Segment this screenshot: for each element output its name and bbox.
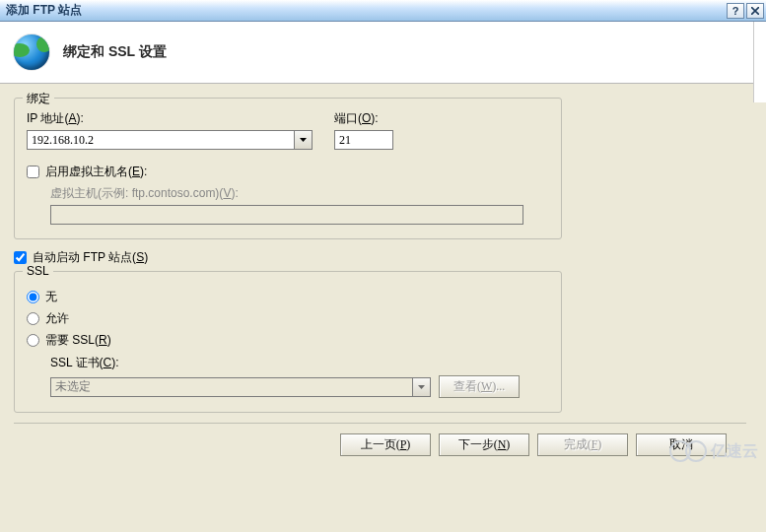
dialog-body: 绑定 IP 地址(A): 端口(O): [0, 84, 766, 466]
dialog-window: 添加 FTP 站点 ? 绑定和 SSL 设置 绑定 IP 地址(A): [0, 0, 766, 466]
globe-icon [14, 34, 49, 70]
ip-dropdown-button[interactable] [294, 131, 312, 149]
autostart-checkbox[interactable] [14, 251, 27, 264]
dialog-title: 添加 FTP 站点 [6, 2, 82, 19]
finish-button: 完成(F) [537, 433, 628, 456]
binding-group: 绑定 IP 地址(A): 端口(O): [14, 98, 562, 239]
ssl-none-radio[interactable] [27, 291, 39, 303]
view-cert-button: 查看(W)... [439, 375, 520, 398]
close-icon [751, 7, 759, 15]
vhost-hint-label: 虚拟主机(示例: ftp.contoso.com)(V): [50, 185, 549, 202]
enable-vhost-checkbox[interactable] [27, 166, 39, 178]
vhost-input [50, 205, 523, 225]
ip-address-dropdown[interactable] [27, 130, 313, 150]
port-input[interactable] [334, 130, 393, 150]
close-button[interactable] [746, 3, 764, 19]
ssl-cert-dropdown [50, 377, 431, 397]
binding-legend: 绑定 [23, 91, 54, 107]
enable-vhost-label: 启用虚拟主机名(E): [45, 164, 147, 180]
ssl-cert-dropdown-button [412, 378, 430, 396]
ssl-group: SSL 无 允许 需要 SSL(R) SSL 证书(C): [14, 271, 562, 413]
ip-address-label: IP 地址(A): [27, 110, 313, 127]
ip-address-input[interactable] [28, 131, 294, 149]
cancel-button[interactable]: 取消 [636, 433, 727, 456]
help-button[interactable]: ? [727, 3, 744, 19]
footer-buttons: 上一页(P) 下一步(N) 完成(F) 取消 [14, 423, 746, 456]
chevron-down-icon [300, 138, 307, 142]
ssl-allow-radio[interactable] [27, 312, 39, 325]
right-edge-decoration [753, 22, 766, 102]
title-bar: 添加 FTP 站点 ? [0, 0, 766, 22]
ssl-none-label: 无 [45, 289, 57, 305]
ssl-require-label: 需要 SSL(R) [45, 332, 111, 349]
next-button[interactable]: 下一步(N) [439, 433, 529, 456]
port-label: 端口(O): [334, 110, 403, 127]
ssl-cert-input [51, 378, 412, 396]
chevron-down-icon [418, 385, 425, 389]
window-controls: ? [727, 3, 764, 19]
ssl-legend: SSL [23, 264, 53, 278]
ssl-require-radio[interactable] [27, 334, 39, 347]
page-title: 绑定和 SSL 设置 [63, 43, 167, 61]
autostart-row: 自动启动 FTP 站点(S) [14, 249, 746, 266]
header-area: 绑定和 SSL 设置 [0, 22, 766, 84]
prev-button[interactable]: 上一页(P) [340, 433, 431, 456]
ssl-cert-label: SSL 证书(C): [50, 355, 549, 371]
ssl-allow-label: 允许 [45, 310, 69, 327]
